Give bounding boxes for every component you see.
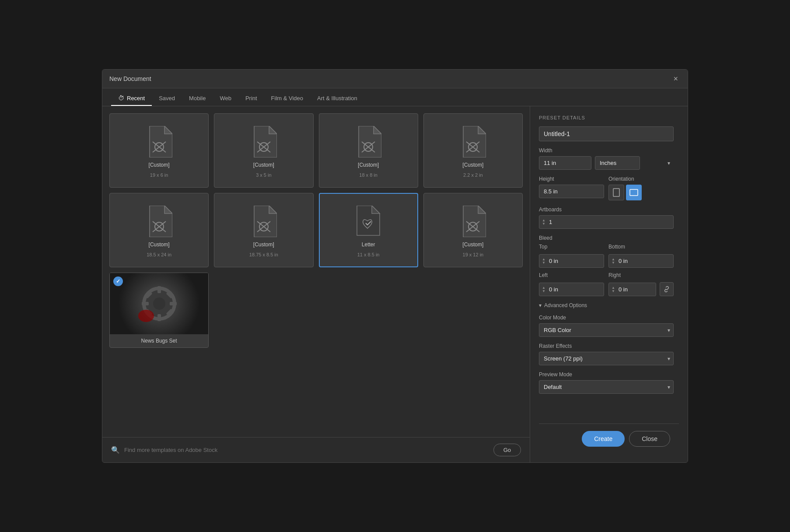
- template-card-1[interactable]: [Custom] 3 x 5 in: [214, 113, 313, 188]
- recent-file-name: News Bugs Set: [110, 334, 208, 347]
- right-content: PRESET DETAILS Width Inches Pixels: [539, 115, 679, 416]
- tab-web[interactable]: Web: [213, 89, 238, 106]
- bleed-left-field: Left ▲▼: [539, 272, 604, 296]
- tab-saved[interactable]: Saved: [152, 89, 182, 106]
- news-bugs-thumbnail: ✓: [110, 273, 208, 334]
- raster-select-wrap: Screen (72 ppi) Medium (150 ppi) High (3…: [539, 352, 674, 365]
- template-card-2[interactable]: [Custom] 18 x 8 in: [319, 113, 418, 188]
- preset-details-section: PRESET DETAILS: [539, 115, 674, 120]
- landscape-button[interactable]: [626, 185, 642, 200]
- preview-mode-label: Preview Mode: [539, 371, 674, 378]
- artboards-group: Artboards ▲▼: [539, 206, 674, 229]
- template-size-0: 19 x 6 in: [150, 172, 168, 178]
- orientation-label: Orientation: [608, 176, 674, 182]
- preset-name-input[interactable]: [539, 126, 674, 141]
- create-button[interactable]: Create: [582, 431, 625, 447]
- search-input-wrap: 🔍: [111, 446, 489, 454]
- doc-icon-4: [146, 206, 172, 237]
- artboards-wrap: ▲▼: [539, 215, 674, 229]
- close-button[interactable]: Close: [629, 431, 670, 447]
- width-label: Width: [539, 147, 674, 154]
- color-mode-label: Color Mode: [539, 315, 674, 321]
- bleed-right-spinner[interactable]: ▲▼: [612, 286, 615, 293]
- raster-select[interactable]: Screen (72 ppi) Medium (150 ppi) High (3…: [539, 352, 674, 365]
- main-area: [Custom] 19 x 6 in: [102, 106, 688, 462]
- template-label-5: [Custom]: [253, 242, 274, 248]
- orientation-col: Orientation: [608, 176, 674, 200]
- preview-select[interactable]: Default Pixel Overprint: [539, 380, 674, 394]
- bleed-top-input[interactable]: [547, 255, 601, 267]
- bleed-top-wrap: ▲▼: [539, 254, 604, 268]
- template-size-1: 3 x 5 in: [256, 172, 271, 178]
- preview-mode-group: Preview Mode Default Pixel Overprint: [539, 371, 674, 394]
- unit-select[interactable]: Inches Pixels Millimeters Points: [595, 156, 640, 170]
- bleed-left-label: Left: [539, 272, 604, 278]
- bleed-bottom-label: Bottom: [608, 244, 674, 250]
- recent-files-row: ✓ News Bugs Set: [109, 273, 523, 348]
- svg-point-22: [153, 298, 165, 310]
- height-label: Height: [539, 176, 604, 182]
- bleed-left-input[interactable]: [547, 283, 601, 296]
- portrait-button[interactable]: [608, 185, 624, 200]
- doc-icon-letter: [355, 206, 381, 237]
- bottom-buttons: Create Close: [539, 424, 679, 454]
- template-label-1: [Custom]: [253, 162, 274, 168]
- recent-file-news-bugs[interactable]: ✓ News Bugs Set: [109, 273, 209, 348]
- check-badge: ✓: [113, 276, 123, 286]
- title-bar: New Document ×: [102, 70, 688, 88]
- width-group: Width Inches Pixels Millimeters Points: [539, 147, 674, 170]
- bleed-right-input[interactable]: [617, 283, 653, 296]
- go-button[interactable]: Go: [493, 444, 521, 456]
- template-size-2: 18 x 8 in: [359, 172, 378, 178]
- template-card-5[interactable]: [Custom] 18.75 x 8.5 in: [214, 193, 313, 267]
- link-button[interactable]: [660, 282, 674, 296]
- tab-bar: ⏱ Recent Saved Mobile Web Print Film & V…: [102, 88, 688, 106]
- template-size-3: 2.2 x 2 in: [463, 172, 483, 178]
- artboards-spinner[interactable]: ▲▼: [542, 219, 545, 226]
- width-row: Inches Pixels Millimeters Points: [539, 156, 674, 170]
- bleed-right-group: Right ▲▼: [608, 272, 674, 296]
- tab-mobile[interactable]: Mobile: [182, 89, 213, 106]
- tab-recent[interactable]: ⏱ Recent: [111, 88, 152, 106]
- doc-icon-0: [146, 126, 172, 158]
- title-close-button[interactable]: ×: [671, 74, 681, 84]
- svg-rect-32: [613, 189, 619, 196]
- tab-film-video[interactable]: Film & Video: [264, 89, 310, 106]
- bleed-bottom-spinner[interactable]: ▲▼: [612, 258, 615, 265]
- search-bar: 🔍 Go: [102, 437, 530, 462]
- tab-art-illustration[interactable]: Art & Illustration: [310, 89, 364, 106]
- search-input[interactable]: [124, 447, 489, 453]
- doc-icon-1: [251, 126, 277, 158]
- bleed-top-spinner[interactable]: ▲▼: [542, 258, 545, 265]
- bleed-bottom-input[interactable]: [617, 255, 671, 267]
- gear-thumbnail: [110, 273, 208, 334]
- template-label-3: [Custom]: [462, 162, 483, 168]
- template-card-0[interactable]: [Custom] 19 x 6 in: [109, 113, 209, 188]
- bleed-right-wrap: ▲▼: [608, 283, 656, 296]
- height-col: Height: [539, 176, 604, 200]
- bleed-group: Bleed Top ▲▼ Bottom ▲▼: [539, 235, 674, 296]
- template-card-letter[interactable]: Letter 11 x 8.5 in: [319, 193, 418, 267]
- width-input[interactable]: [539, 156, 591, 170]
- template-size-5: 18.75 x 8.5 in: [249, 252, 278, 257]
- height-orientation-group: Height Orientation: [539, 176, 674, 200]
- template-card-7[interactable]: [Custom] 19 x 12 in: [423, 193, 523, 267]
- height-input[interactable]: [539, 185, 604, 198]
- bleed-left-wrap: ▲▼: [539, 283, 604, 296]
- svg-rect-33: [630, 189, 638, 196]
- unit-select-wrap: Inches Pixels Millimeters Points: [595, 156, 674, 170]
- template-label-letter: Letter: [362, 242, 375, 248]
- bleed-bottom-field: Bottom ▲▼: [608, 244, 674, 268]
- search-icon: 🔍: [111, 446, 120, 454]
- advanced-toggle[interactable]: ▾ Advanced Options: [539, 302, 674, 308]
- color-mode-select[interactable]: RGB Color CMYK Color: [539, 323, 674, 337]
- tab-print[interactable]: Print: [238, 89, 264, 106]
- bleed-left-spinner[interactable]: ▲▼: [542, 286, 545, 293]
- artboards-input[interactable]: [547, 216, 671, 228]
- template-card-4[interactable]: [Custom] 18.5 x 24 in: [109, 193, 209, 267]
- artboards-label: Artboards: [539, 206, 674, 213]
- preset-name-group: [539, 126, 674, 141]
- template-card-3[interactable]: [Custom] 2.2 x 2 in: [423, 113, 523, 188]
- svg-rect-25: [142, 302, 149, 305]
- preset-details-label: PRESET DETAILS: [539, 115, 674, 120]
